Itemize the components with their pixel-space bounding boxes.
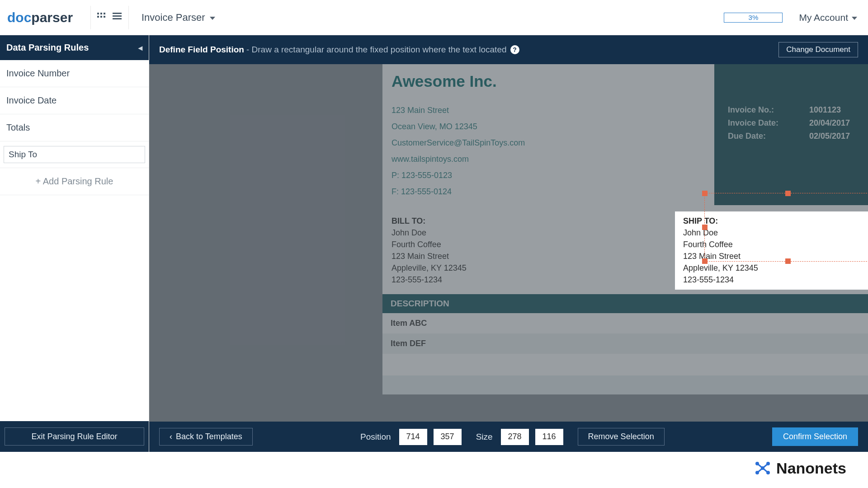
parser-dropdown-label: Invoice Parser — [142, 12, 205, 23]
table-row: Item DEF $75,00 — [382, 333, 868, 354]
back-to-templates-button[interactable]: ‹ Back to Templates — [159, 428, 253, 446]
svg-line-14 — [757, 464, 763, 468]
svg-rect-8 — [113, 18, 122, 19]
define-subtitle: - Draw a rectangular around the fixed po… — [246, 45, 507, 55]
remove-selection-button[interactable]: Remove Selection — [578, 428, 665, 446]
svg-rect-6 — [113, 13, 122, 14]
svg-rect-5 — [104, 16, 105, 18]
caret-down-icon — [210, 17, 215, 20]
table-row: Item ABC $150,00 — [382, 313, 868, 333]
collapse-sidebar-icon[interactable]: ◂ — [138, 43, 142, 53]
sidebar-title: Data Parsing Rules — [6, 42, 89, 53]
change-document-button[interactable]: Change Document — [778, 42, 858, 57]
svg-line-15 — [763, 464, 768, 468]
size-w-input[interactable] — [501, 429, 529, 445]
rule-item-invoice-date[interactable]: Invoice Date — [0, 87, 149, 114]
bill-to-block: BILL TO: John Doe Fourth Coffee 123 Main… — [383, 211, 675, 290]
resize-handle-s[interactable] — [785, 258, 791, 264]
add-parsing-rule-button[interactable]: + Add Parsing Rule — [0, 168, 149, 195]
sidebar-header: Data Parsing Rules ◂ — [0, 35, 149, 60]
grid-view-icon[interactable] — [97, 13, 107, 23]
view-toggle — [90, 6, 129, 29]
svg-rect-1 — [100, 13, 102, 14]
document-canvas[interactable]: Awesome Inc. 123 Main Street Ocean View,… — [149, 64, 868, 422]
nanonets-watermark: Nanonets — [754, 459, 846, 477]
position-x-input[interactable] — [399, 429, 427, 445]
logo[interactable]: docparser — [0, 10, 90, 25]
content-area: Define Field Position - Draw a rectangul… — [149, 35, 868, 452]
define-title: Define Field Position — [159, 45, 244, 55]
parser-dropdown[interactable]: Invoice Parser — [129, 12, 215, 23]
svg-line-17 — [763, 468, 768, 473]
svg-rect-2 — [104, 13, 105, 14]
resize-handle-nw[interactable] — [702, 191, 708, 196]
confirm-selection-button[interactable]: Confirm Selection — [772, 427, 858, 446]
define-bar: Define Field Position - Draw a rectangul… — [149, 35, 868, 64]
size-label: Size — [476, 432, 493, 442]
svg-rect-0 — [97, 13, 99, 14]
position-y-input[interactable] — [434, 429, 462, 445]
position-label: Position — [360, 432, 391, 442]
new-rule-input[interactable] — [4, 146, 145, 163]
resize-handle-w[interactable] — [702, 225, 708, 230]
bottombar: ‹ Back to Templates Position Size Remove… — [149, 422, 868, 452]
svg-rect-7 — [113, 15, 122, 17]
svg-line-16 — [757, 468, 763, 473]
size-h-input[interactable] — [535, 429, 563, 445]
table-header: DESCRIPTION AMOUNT — [382, 294, 868, 313]
svg-rect-4 — [100, 16, 102, 18]
rule-item-totals[interactable]: Totals — [0, 114, 149, 141]
resize-handle-n[interactable] — [785, 191, 791, 196]
nanonets-logo-icon — [754, 459, 772, 477]
list-view-icon[interactable] — [113, 13, 123, 23]
progress-indicator[interactable]: 3% — [724, 13, 783, 23]
invoice-title: INVOICE — [728, 72, 868, 89]
company-address: 123 Main Street Ocean View, MO 12345 Cus… — [392, 102, 705, 200]
help-icon[interactable]: ? — [510, 45, 519, 54]
company-name: Awesome Inc. — [392, 72, 705, 90]
resize-handle-sw[interactable] — [702, 258, 708, 264]
rule-item-invoice-number[interactable]: Invoice Number — [0, 60, 149, 87]
svg-rect-3 — [97, 16, 99, 18]
account-dropdown[interactable]: My Account — [799, 12, 857, 23]
caret-down-icon — [852, 17, 857, 20]
account-label: My Account — [799, 12, 848, 23]
exit-editor-button[interactable]: Exit Parsing Rule Editor — [5, 427, 144, 446]
topbar: docparser Invoice Parser 3% My Account — [0, 0, 868, 35]
sidebar: Data Parsing Rules ◂ Invoice Number Invo… — [0, 35, 149, 452]
chevron-left-icon: ‹ — [170, 432, 172, 441]
selection-box[interactable] — [704, 193, 868, 262]
